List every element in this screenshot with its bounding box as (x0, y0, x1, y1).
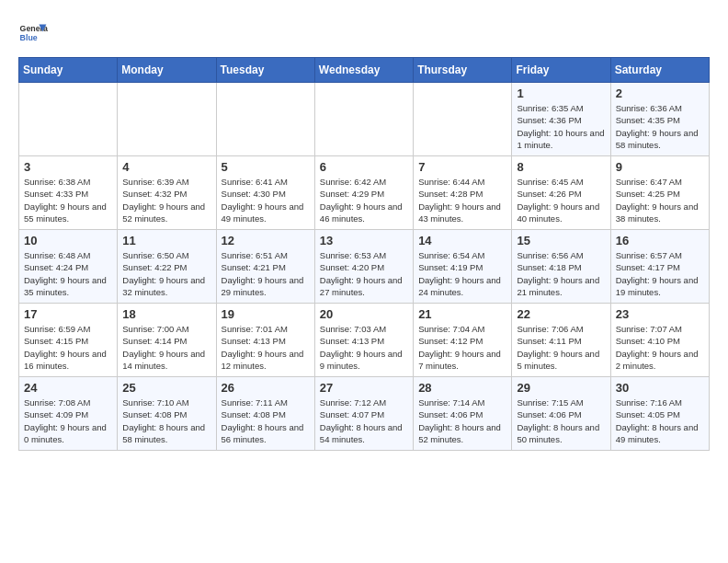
calendar-cell: 27Sunrise: 7:12 AM Sunset: 4:07 PM Dayli… (314, 377, 413, 451)
calendar-cell: 28Sunrise: 7:14 AM Sunset: 4:06 PM Dayli… (414, 377, 512, 451)
day-info: Sunrise: 6:42 AM Sunset: 4:29 PM Dayligh… (320, 176, 408, 224)
day-number: 19 (222, 307, 310, 321)
calendar-cell: 1Sunrise: 6:35 AM Sunset: 4:36 PM Daylig… (512, 83, 610, 156)
day-number: 28 (418, 381, 506, 395)
day-number: 16 (616, 234, 704, 247)
calendar-cell: 24Sunrise: 7:08 AM Sunset: 4:09 PM Dayli… (19, 377, 118, 451)
calendar-week-row: 1Sunrise: 6:35 AM Sunset: 4:36 PM Daylig… (19, 83, 710, 156)
day-info: Sunrise: 7:12 AM Sunset: 4:07 PM Dayligh… (320, 396, 408, 445)
day-info: Sunrise: 6:54 AM Sunset: 4:19 PM Dayligh… (418, 249, 506, 298)
day-info: Sunrise: 7:15 AM Sunset: 4:06 PM Dayligh… (517, 396, 605, 445)
calendar-cell (216, 83, 314, 156)
day-info: Sunrise: 7:06 AM Sunset: 4:11 PM Dayligh… (517, 323, 605, 372)
day-info: Sunrise: 7:01 AM Sunset: 4:13 PM Dayligh… (222, 323, 310, 372)
logo: General Blue (18, 18, 51, 48)
page-header: General Blue (18, 18, 710, 48)
calendar-week-row: 10Sunrise: 6:48 AM Sunset: 4:24 PM Dayli… (19, 230, 710, 304)
day-number: 30 (616, 381, 704, 395)
calendar-cell: 8Sunrise: 6:45 AM Sunset: 4:26 PM Daylig… (512, 156, 610, 230)
calendar-cell: 5Sunrise: 6:41 AM Sunset: 4:30 PM Daylig… (216, 156, 314, 230)
calendar-cell: 13Sunrise: 6:53 AM Sunset: 4:20 PM Dayli… (314, 230, 413, 304)
day-number: 20 (320, 307, 408, 321)
day-info: Sunrise: 7:04 AM Sunset: 4:12 PM Dayligh… (418, 323, 506, 372)
day-number: 18 (122, 307, 210, 321)
day-info: Sunrise: 6:35 AM Sunset: 4:36 PM Dayligh… (517, 102, 605, 151)
day-number: 14 (418, 234, 506, 247)
day-info: Sunrise: 7:16 AM Sunset: 4:05 PM Dayligh… (616, 396, 704, 445)
day-info: Sunrise: 6:38 AM Sunset: 4:33 PM Dayligh… (24, 176, 112, 224)
calendar-cell: 17Sunrise: 6:59 AM Sunset: 4:15 PM Dayli… (19, 304, 118, 377)
day-number: 12 (222, 234, 310, 247)
calendar-cell: 18Sunrise: 7:00 AM Sunset: 4:14 PM Dayli… (118, 304, 216, 377)
column-header-monday: Monday (118, 58, 216, 83)
calendar-cell: 30Sunrise: 7:16 AM Sunset: 4:05 PM Dayli… (610, 377, 709, 451)
column-header-friday: Friday (512, 58, 610, 83)
day-info: Sunrise: 7:08 AM Sunset: 4:09 PM Dayligh… (24, 396, 112, 445)
calendar-cell (19, 83, 118, 156)
calendar-cell: 29Sunrise: 7:15 AM Sunset: 4:06 PM Dayli… (512, 377, 610, 451)
day-info: Sunrise: 7:03 AM Sunset: 4:13 PM Dayligh… (320, 323, 408, 372)
calendar-week-row: 24Sunrise: 7:08 AM Sunset: 4:09 PM Dayli… (19, 377, 710, 451)
day-number: 23 (616, 307, 704, 321)
day-number: 2 (616, 86, 704, 100)
day-number: 25 (122, 381, 210, 395)
day-number: 5 (222, 160, 310, 174)
day-info: Sunrise: 6:51 AM Sunset: 4:21 PM Dayligh… (222, 249, 310, 298)
calendar-cell: 10Sunrise: 6:48 AM Sunset: 4:24 PM Dayli… (19, 230, 118, 304)
day-info: Sunrise: 6:50 AM Sunset: 4:22 PM Dayligh… (122, 249, 210, 298)
day-number: 6 (320, 160, 408, 174)
day-info: Sunrise: 6:41 AM Sunset: 4:30 PM Dayligh… (222, 176, 310, 224)
day-number: 10 (24, 234, 112, 247)
calendar-cell (414, 83, 512, 156)
day-info: Sunrise: 7:11 AM Sunset: 4:08 PM Dayligh… (222, 396, 310, 445)
day-info: Sunrise: 6:56 AM Sunset: 4:18 PM Dayligh… (517, 249, 605, 298)
day-info: Sunrise: 6:47 AM Sunset: 4:25 PM Dayligh… (616, 176, 704, 224)
calendar-cell: 23Sunrise: 7:07 AM Sunset: 4:10 PM Dayli… (610, 304, 709, 377)
calendar-cell: 16Sunrise: 6:57 AM Sunset: 4:17 PM Dayli… (610, 230, 709, 304)
day-number: 8 (517, 160, 605, 174)
day-number: 9 (616, 160, 704, 174)
day-info: Sunrise: 7:10 AM Sunset: 4:08 PM Dayligh… (122, 396, 210, 445)
day-number: 27 (320, 381, 408, 395)
day-number: 7 (418, 160, 506, 174)
svg-text:Blue: Blue (20, 33, 38, 42)
calendar-cell: 25Sunrise: 7:10 AM Sunset: 4:08 PM Dayli… (118, 377, 216, 451)
calendar-header-row: SundayMondayTuesdayWednesdayThursdayFrid… (19, 58, 710, 83)
day-info: Sunrise: 6:44 AM Sunset: 4:28 PM Dayligh… (418, 176, 506, 224)
calendar-cell: 7Sunrise: 6:44 AM Sunset: 4:28 PM Daylig… (414, 156, 512, 230)
calendar-cell: 3Sunrise: 6:38 AM Sunset: 4:33 PM Daylig… (19, 156, 118, 230)
day-info: Sunrise: 6:53 AM Sunset: 4:20 PM Dayligh… (320, 249, 408, 298)
calendar-cell: 26Sunrise: 7:11 AM Sunset: 4:08 PM Dayli… (216, 377, 314, 451)
calendar-cell: 22Sunrise: 7:06 AM Sunset: 4:11 PM Dayli… (512, 304, 610, 377)
column-header-saturday: Saturday (610, 58, 709, 83)
calendar-cell: 4Sunrise: 6:39 AM Sunset: 4:32 PM Daylig… (118, 156, 216, 230)
column-header-thursday: Thursday (414, 58, 512, 83)
day-number: 3 (24, 160, 112, 174)
day-number: 21 (418, 307, 506, 321)
calendar-cell: 15Sunrise: 6:56 AM Sunset: 4:18 PM Dayli… (512, 230, 610, 304)
day-info: Sunrise: 6:45 AM Sunset: 4:26 PM Dayligh… (517, 176, 605, 224)
day-number: 4 (122, 160, 210, 174)
day-number: 29 (517, 381, 605, 395)
day-info: Sunrise: 6:48 AM Sunset: 4:24 PM Dayligh… (24, 249, 112, 298)
calendar-cell: 11Sunrise: 6:50 AM Sunset: 4:22 PM Dayli… (118, 230, 216, 304)
day-number: 17 (24, 307, 112, 321)
calendar-cell: 14Sunrise: 6:54 AM Sunset: 4:19 PM Dayli… (414, 230, 512, 304)
day-number: 24 (24, 381, 112, 395)
day-number: 15 (517, 234, 605, 247)
column-header-wednesday: Wednesday (314, 58, 413, 83)
calendar-week-row: 3Sunrise: 6:38 AM Sunset: 4:33 PM Daylig… (19, 156, 710, 230)
day-info: Sunrise: 7:07 AM Sunset: 4:10 PM Dayligh… (616, 323, 704, 372)
day-number: 1 (517, 86, 605, 100)
calendar-cell (118, 83, 216, 156)
logo-icon: General Blue (18, 18, 48, 48)
calendar-cell (314, 83, 413, 156)
calendar-cell: 20Sunrise: 7:03 AM Sunset: 4:13 PM Dayli… (314, 304, 413, 377)
day-info: Sunrise: 6:39 AM Sunset: 4:32 PM Dayligh… (122, 176, 210, 224)
column-header-tuesday: Tuesday (216, 58, 314, 83)
calendar-cell: 12Sunrise: 6:51 AM Sunset: 4:21 PM Dayli… (216, 230, 314, 304)
day-number: 11 (122, 234, 210, 247)
calendar-cell: 19Sunrise: 7:01 AM Sunset: 4:13 PM Dayli… (216, 304, 314, 377)
day-info: Sunrise: 6:59 AM Sunset: 4:15 PM Dayligh… (24, 323, 112, 372)
day-number: 26 (222, 381, 310, 395)
